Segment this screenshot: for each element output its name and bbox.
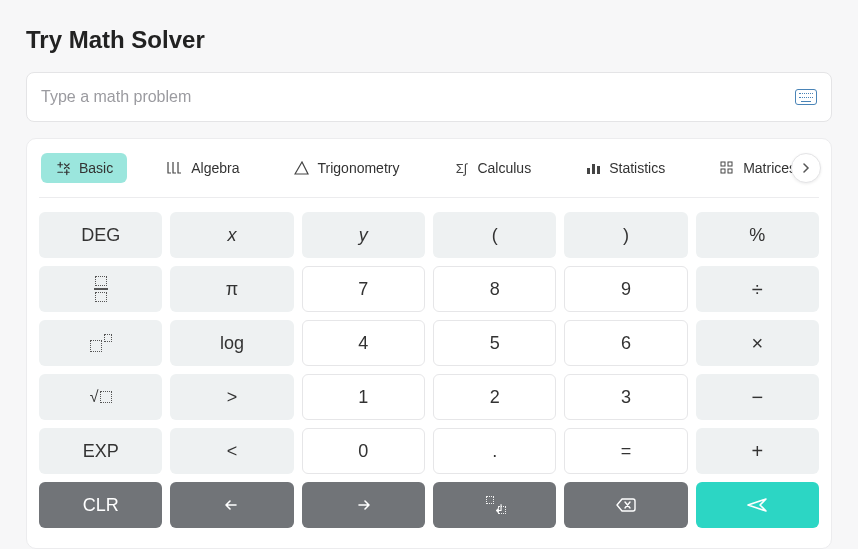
- trig-icon: [294, 160, 310, 176]
- tab-statistics[interactable]: Statistics: [571, 153, 679, 183]
- svg-rect-6: [728, 169, 732, 173]
- key-9[interactable]: 9: [564, 266, 687, 312]
- key-log[interactable]: log: [170, 320, 293, 366]
- key-fraction[interactable]: [39, 266, 162, 312]
- key-7[interactable]: 7: [302, 266, 425, 312]
- page-title: Try Math Solver: [26, 26, 832, 54]
- keypad-panel: Basic Algebra Trigonometry Σ∫ Calculus: [26, 138, 832, 549]
- key-y[interactable]: y: [302, 212, 425, 258]
- divide-icon: ÷: [752, 279, 763, 299]
- calculus-icon: Σ∫: [453, 160, 469, 176]
- key-divide[interactable]: ÷: [696, 266, 819, 312]
- send-icon: [746, 497, 768, 513]
- tab-trigonometry[interactable]: Trigonometry: [280, 153, 414, 183]
- tabs-scroll-right[interactable]: [791, 153, 821, 183]
- minus-icon: −: [751, 387, 763, 407]
- svg-rect-2: [597, 166, 600, 174]
- key-minus[interactable]: −: [696, 374, 819, 420]
- svg-rect-0: [587, 168, 590, 174]
- svg-rect-5: [721, 169, 725, 173]
- exponent-icon: [90, 334, 112, 352]
- key-percent[interactable]: %: [696, 212, 819, 258]
- svg-rect-3: [721, 162, 725, 166]
- key-multiply[interactable]: ×: [696, 320, 819, 366]
- key-clear[interactable]: CLR: [39, 482, 162, 528]
- key-lt[interactable]: <: [170, 428, 293, 474]
- key-plus[interactable]: +: [696, 428, 819, 474]
- fraction-icon: [94, 276, 108, 301]
- tab-calculus[interactable]: Σ∫ Calculus: [439, 153, 545, 183]
- key-8[interactable]: 8: [433, 266, 556, 312]
- key-exponent[interactable]: [39, 320, 162, 366]
- key-gt[interactable]: >: [170, 374, 293, 420]
- problem-input[interactable]: [41, 88, 795, 106]
- tab-label: Matrices: [743, 160, 796, 176]
- key-left[interactable]: [170, 482, 293, 528]
- sqrt-icon: √: [90, 388, 112, 406]
- statistics-icon: [585, 160, 601, 176]
- key-2[interactable]: 2: [433, 374, 556, 420]
- tab-algebra[interactable]: Algebra: [153, 153, 253, 183]
- key-pi[interactable]: π: [170, 266, 293, 312]
- key-6[interactable]: 6: [564, 320, 687, 366]
- arrow-right-icon: [353, 497, 373, 513]
- multiply-icon: ×: [751, 333, 763, 353]
- matrices-icon: [719, 160, 735, 176]
- tab-label: Trigonometry: [318, 160, 400, 176]
- key-3[interactable]: 3: [564, 374, 687, 420]
- keypad: DEG x y ( ) % π 7 8 9 ÷ log 4 5 6 × √ > …: [39, 212, 819, 528]
- svg-rect-1: [592, 164, 595, 174]
- tab-label: Basic: [79, 160, 113, 176]
- key-submit[interactable]: [696, 482, 819, 528]
- key-lparen[interactable]: (: [433, 212, 556, 258]
- key-rparen[interactable]: ): [564, 212, 687, 258]
- key-deg[interactable]: DEG: [39, 212, 162, 258]
- key-5[interactable]: 5: [433, 320, 556, 366]
- basic-icon: [55, 160, 71, 176]
- backspace-icon: [615, 497, 637, 513]
- key-1[interactable]: 1: [302, 374, 425, 420]
- key-4[interactable]: 4: [302, 320, 425, 366]
- newline-icon: ↲: [484, 496, 506, 514]
- key-right[interactable]: [302, 482, 425, 528]
- key-sqrt[interactable]: √: [39, 374, 162, 420]
- problem-input-card: [26, 72, 832, 122]
- plus-icon: +: [751, 441, 763, 461]
- tab-label: Calculus: [477, 160, 531, 176]
- key-backspace[interactable]: [564, 482, 687, 528]
- chevron-right-icon: [801, 163, 811, 173]
- arrow-left-icon: [222, 497, 242, 513]
- tab-label: Algebra: [191, 160, 239, 176]
- key-dot[interactable]: .: [433, 428, 556, 474]
- key-0[interactable]: 0: [302, 428, 425, 474]
- tab-basic[interactable]: Basic: [41, 153, 127, 183]
- key-equals[interactable]: =: [564, 428, 687, 474]
- algebra-icon: [167, 160, 183, 176]
- key-exp[interactable]: EXP: [39, 428, 162, 474]
- keyboard-icon[interactable]: [795, 89, 817, 105]
- key-x[interactable]: x: [170, 212, 293, 258]
- tabs-bar: Basic Algebra Trigonometry Σ∫ Calculus: [39, 153, 819, 198]
- key-newline[interactable]: ↲: [433, 482, 556, 528]
- tab-label: Statistics: [609, 160, 665, 176]
- svg-rect-4: [728, 162, 732, 166]
- tabs-list: Basic Algebra Trigonometry Σ∫ Calculus: [39, 153, 819, 183]
